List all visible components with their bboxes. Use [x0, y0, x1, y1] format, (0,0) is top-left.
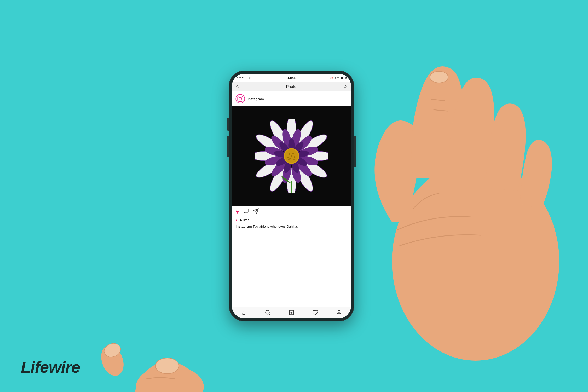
status-right: ⏰ 38% — [330, 77, 346, 79]
ig-avatar[interactable] — [235, 94, 245, 103]
instagram-icon — [237, 96, 243, 102]
svg-point-42 — [289, 153, 290, 155]
phone-power-button — [354, 136, 356, 167]
browser-bar: < Photo ↺ — [232, 82, 351, 91]
signal-dot-4 — [242, 77, 243, 78]
signal-dot-2 — [239, 77, 240, 78]
svg-point-47 — [291, 155, 292, 157]
likes-heart-icon: ♥ — [235, 218, 237, 222]
svg-point-48 — [288, 159, 290, 160]
battery-percent: 38% — [334, 77, 339, 79]
ig-header: instagram ··· — [232, 91, 351, 106]
svg-point-53 — [266, 310, 269, 314]
ig-actions: ♥ — [232, 206, 351, 217]
svg-point-44 — [294, 156, 295, 158]
svg-point-43 — [292, 153, 294, 154]
svg-point-6 — [241, 97, 242, 98]
nav-home-button[interactable]: ⌂ — [239, 309, 249, 316]
svg-point-46 — [287, 157, 289, 158]
instagram-post: instagram ··· — [232, 91, 351, 318]
browser-title: Photo — [286, 84, 296, 89]
browser-refresh-button[interactable]: ↺ — [343, 84, 347, 89]
browser-back-button[interactable]: < — [236, 84, 239, 89]
caption-spacer — [232, 232, 351, 307]
status-left: — ⊙ — [237, 76, 251, 80]
svg-rect-4 — [238, 96, 243, 101]
status-bar: — ⊙ 13:48 ⏰ 38% — [232, 74, 351, 82]
phone-volume-down — [227, 136, 229, 157]
dahlia-image — [255, 119, 328, 193]
phone-volume-up — [227, 118, 229, 131]
like-button[interactable]: ♥ — [235, 209, 239, 215]
lifewire-logo: Lifewire — [21, 358, 80, 376]
svg-point-58 — [338, 310, 340, 312]
svg-point-45 — [289, 158, 291, 159]
alarm-icon: ⏰ — [330, 77, 333, 79]
battery-fill — [341, 77, 343, 79]
svg-line-54 — [269, 314, 270, 315]
nav-add-button[interactable] — [286, 310, 297, 315]
ig-more-options[interactable]: ··· — [343, 96, 347, 102]
nav-search-button[interactable] — [262, 310, 273, 315]
ig-user-info: instagram — [235, 94, 264, 103]
ig-username[interactable]: instagram — [247, 97, 264, 101]
line-indicator: — — [245, 77, 248, 79]
caption-username[interactable]: instagram — [235, 224, 252, 228]
svg-point-5 — [239, 97, 241, 100]
signal-indicator — [237, 77, 244, 78]
wifi-icon: ⊙ — [249, 76, 251, 80]
comment-button[interactable] — [243, 208, 249, 215]
ig-likes-count: ♥ 56 likes — [232, 217, 351, 223]
status-time: 13:48 — [287, 76, 296, 80]
ig-photo[interactable] — [232, 106, 351, 206]
ig-caption: instagram Tag afriend who loves Dahlias — [232, 223, 351, 232]
battery-icon — [341, 77, 346, 79]
nav-profile-button[interactable] — [334, 310, 344, 315]
phone: — ⊙ 13:48 ⏰ 38% < Photo ↺ — [229, 71, 354, 321]
ig-bottom-nav: ⌂ — [232, 307, 351, 318]
signal-dot-1 — [237, 77, 238, 78]
signal-dot-5 — [243, 77, 244, 78]
likes-text: 56 likes — [239, 218, 249, 222]
phone-wrapper: — ⊙ 13:48 ⏰ 38% < Photo ↺ — [229, 71, 354, 321]
signal-dot-3 — [240, 77, 241, 78]
share-button[interactable] — [253, 208, 259, 215]
nav-likes-button[interactable] — [310, 310, 321, 315]
caption-text: Tag afriend who loves Dahlias — [253, 224, 298, 228]
svg-point-49 — [293, 159, 295, 160]
phone-screen: — ⊙ 13:48 ⏰ 38% < Photo ↺ — [232, 74, 351, 318]
